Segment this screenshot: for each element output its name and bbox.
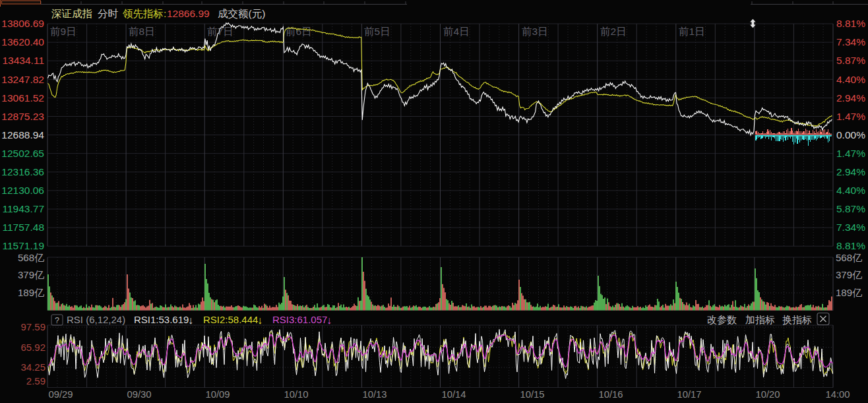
svg-text:12866.99: 12866.99 (167, 8, 210, 19)
svg-text:13247.82: 13247.82 (1, 74, 44, 85)
svg-text:13806.69: 13806.69 (1, 18, 44, 29)
svg-text:568亿: 568亿 (18, 252, 44, 263)
svg-text:13620.40: 13620.40 (1, 36, 44, 47)
svg-text:11943.77: 11943.77 (3, 203, 45, 214)
svg-text:568亿: 568亿 (836, 252, 862, 263)
svg-text:10/09: 10/09 (205, 389, 230, 400)
svg-text:?: ? (55, 316, 59, 325)
svg-text:前8日: 前8日 (129, 26, 155, 37)
svg-text:4.40%: 4.40% (836, 185, 865, 196)
svg-text:成交额(元): 成交额(元) (218, 8, 265, 19)
svg-text:13061.52: 13061.52 (1, 92, 44, 104)
svg-text:RSI3:61.057: RSI3:61.057 (272, 314, 327, 325)
svg-text:09/30: 09/30 (127, 389, 151, 400)
svg-text:换指标: 换指标 (782, 314, 812, 325)
svg-text:↓: ↓ (257, 315, 263, 326)
svg-text:4.40%: 4.40% (836, 74, 865, 85)
svg-text:1.47%: 1.47% (836, 148, 865, 159)
svg-text:12688.94: 12688.94 (1, 129, 44, 140)
svg-text:前2日: 前2日 (600, 26, 627, 37)
svg-text:12130.06: 12130.06 (1, 185, 44, 196)
svg-text:2.59: 2.59 (26, 375, 46, 387)
svg-text:↓: ↓ (326, 315, 332, 326)
svg-text:RSI (6,12,24): RSI (6,12,24) (67, 314, 125, 325)
svg-text:前9日: 前9日 (50, 26, 77, 37)
svg-text:2.94%: 2.94% (836, 92, 865, 104)
svg-text:5.87%: 5.87% (836, 55, 865, 66)
svg-text:2.94%: 2.94% (836, 166, 865, 177)
svg-text:10/17: 10/17 (677, 389, 701, 400)
svg-text:10/20: 10/20 (755, 389, 780, 400)
svg-text:8.81%: 8.81% (836, 18, 865, 29)
svg-text:1.47%: 1.47% (836, 111, 865, 122)
svg-text:加指标: 加指标 (745, 314, 775, 325)
svg-text:379亿: 379亿 (18, 269, 44, 280)
svg-text:分时: 分时 (98, 8, 119, 19)
svg-text:前3日: 前3日 (522, 26, 548, 37)
svg-text:前7日: 前7日 (207, 26, 233, 37)
svg-text:7.34%: 7.34% (836, 222, 865, 233)
svg-text:34.25: 34.25 (20, 361, 46, 373)
svg-text:领先指标:: 领先指标: (123, 8, 166, 19)
svg-text:前1日: 前1日 (679, 26, 705, 37)
svg-text:8.81%: 8.81% (836, 240, 865, 251)
svg-text:379亿: 379亿 (836, 269, 862, 280)
svg-text:RSI1:53.619: RSI1:53.619 (134, 314, 189, 325)
svg-text:97.59: 97.59 (20, 321, 46, 332)
svg-text:5.87%: 5.87% (836, 203, 865, 214)
svg-text:09/29: 09/29 (48, 389, 73, 400)
svg-text:10/16: 10/16 (598, 389, 623, 400)
svg-text:7.34%: 7.34% (836, 36, 865, 47)
svg-text:11757.48: 11757.48 (3, 222, 45, 233)
svg-text:10/15: 10/15 (520, 389, 544, 400)
svg-text:改参数: 改参数 (707, 314, 737, 325)
svg-text:14:00: 14:00 (825, 389, 850, 400)
svg-text:13434.11: 13434.11 (3, 55, 45, 66)
svg-text:12502.65: 12502.65 (1, 148, 44, 159)
svg-text:RSI2:58.444: RSI2:58.444 (203, 314, 258, 325)
svg-text:65.92: 65.92 (20, 342, 46, 353)
svg-text:前5日: 前5日 (364, 26, 390, 37)
svg-text:0.00%: 0.00% (836, 129, 865, 140)
svg-text:12316.36: 12316.36 (1, 166, 44, 177)
svg-text:10/13: 10/13 (362, 389, 387, 400)
svg-text:10/14: 10/14 (441, 389, 466, 400)
svg-text:↓: ↓ (188, 315, 193, 326)
svg-text:前6日: 前6日 (286, 26, 312, 37)
svg-text:深证成指: 深证成指 (51, 8, 92, 19)
svg-text:189亿: 189亿 (836, 287, 862, 298)
svg-text:前4日: 前4日 (443, 26, 470, 37)
svg-text:12875.23: 12875.23 (1, 111, 44, 122)
svg-text:189亿: 189亿 (18, 287, 44, 298)
svg-text:10/10: 10/10 (284, 389, 308, 400)
svg-text:11571.19: 11571.19 (3, 240, 45, 251)
